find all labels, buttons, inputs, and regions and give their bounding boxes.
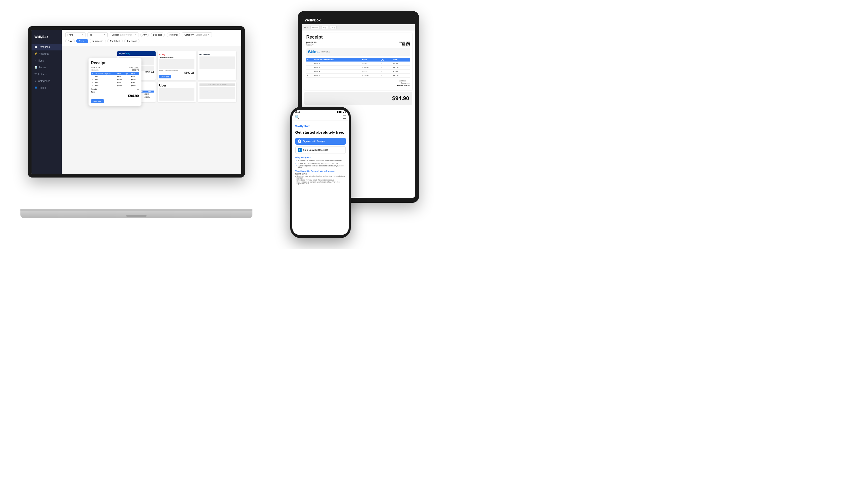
status-inprocess[interactable]: In process bbox=[90, 39, 106, 43]
entities-icon: 🛡 bbox=[35, 73, 37, 75]
battery-icon: ▮ bbox=[345, 111, 346, 113]
from-date-input[interactable]: From ✕ bbox=[65, 32, 86, 37]
vendor-clear-icon[interactable]: ✕ bbox=[134, 34, 136, 36]
table-row: 2Item 2$10.001$70.00 bbox=[91, 78, 139, 81]
th-desc: Product Description bbox=[314, 58, 361, 62]
chip-business[interactable]: Business bbox=[151, 32, 165, 37]
featured-download-button[interactable]: Download bbox=[91, 99, 104, 103]
tablet-header: WellyBox bbox=[302, 16, 415, 24]
phone-search-icon[interactable]: 🔍 bbox=[295, 115, 300, 119]
th-num: # bbox=[306, 58, 314, 62]
laptop: WellyBox 📄 Expenses ⚡ Accounts ↔ Sync bbox=[28, 26, 245, 223]
tablet-from-label: From bbox=[304, 26, 308, 28]
th-total: Total bbox=[392, 58, 410, 62]
category-clear-icon[interactable]: ✕ bbox=[208, 34, 210, 36]
phone-status-icons: ▊▊▊ ▲ ▮ bbox=[337, 111, 346, 113]
phone-nav-bar: 🔍 ☰ bbox=[292, 114, 349, 121]
tablet-vendor-input[interactable]: Vendor bbox=[311, 26, 319, 29]
status-irrelevant[interactable]: Irrelevant bbox=[124, 39, 140, 43]
trust-item-3: • Sync your data or branch it anywhere o… bbox=[295, 181, 346, 185]
invoice-dates: INVOICE DATE DUE DATE INVOICE # bbox=[129, 67, 139, 71]
sidebar: WellyBox 📄 Expenses ⚡ Accounts ↔ Sync bbox=[31, 30, 62, 174]
phone-headline: Get started absolutely free. bbox=[295, 130, 346, 135]
why-item-2: ✔ Upload all data automatically — no mor… bbox=[295, 162, 346, 165]
featured-total-amount: $94.90 bbox=[91, 94, 139, 98]
phone-time: 10:10 bbox=[295, 111, 300, 113]
bullet-1: • bbox=[295, 175, 296, 177]
tablet-invoice-to: INVOICE TO: Name here Address bbox=[306, 41, 317, 47]
ebay-amount: $592.28 bbox=[159, 71, 195, 74]
laptop-screen-outer: WellyBox 📄 Expenses ⚡ Accounts ↔ Sync bbox=[28, 26, 245, 178]
tablet-any-chip[interactable]: Any bbox=[321, 26, 328, 29]
phone-brand-label: WellyBox bbox=[295, 124, 346, 128]
uber-logo: Uber bbox=[159, 83, 195, 87]
chip-any[interactable]: Any bbox=[141, 32, 149, 37]
category-select[interactable]: Category Select One ✕ bbox=[182, 32, 212, 37]
paypal-header: PayPal Pay bbox=[117, 51, 156, 56]
sync-icon: ↔ bbox=[35, 59, 37, 62]
vendor-label: Vendor bbox=[112, 34, 119, 36]
receipt-card-blank[interactable]: TAGLINE SPACE HERE bbox=[198, 82, 236, 102]
sidebar-item-categories[interactable]: ⚙ Categories bbox=[31, 78, 62, 84]
col-total: Total bbox=[130, 73, 139, 75]
tablet-receipt-section: Receipt INVOICE TO: Name here Address IN… bbox=[302, 30, 415, 107]
tablet-big-amount: $94.90 bbox=[307, 95, 409, 102]
check-icon-1: ✔ bbox=[295, 160, 297, 162]
from-clear-icon[interactable]: ✕ bbox=[81, 34, 83, 36]
google-icon: G bbox=[298, 140, 301, 143]
table-row: 1Item 1$9.901$4.90 bbox=[306, 62, 410, 66]
status-any[interactable]: Any bbox=[65, 39, 75, 43]
to-date-input[interactable]: To ✕ bbox=[88, 32, 108, 37]
phone-menu-icon[interactable]: ☰ bbox=[343, 115, 346, 119]
table-row: 3Item 3$5.001$5.00 bbox=[306, 69, 410, 74]
th-price: Price bbox=[361, 58, 380, 62]
wifi-icon: ▲ bbox=[342, 111, 344, 113]
check-icon-3: ✔ bbox=[295, 165, 297, 167]
status-published[interactable]: Published bbox=[107, 39, 123, 43]
ebay-company: COMPANY NAME bbox=[159, 56, 195, 58]
chip-personal[interactable]: Personal bbox=[167, 32, 180, 37]
table-row: 4Item 4$15.001$15.00 bbox=[91, 84, 139, 87]
category-label: Category bbox=[184, 34, 194, 36]
tablet-invoice-header: INVOICE TO: Name here Address INVOICE DA… bbox=[306, 41, 410, 47]
check-icon-2: ✔ bbox=[295, 162, 297, 165]
sidebar-item-profile[interactable]: 👤 Profile bbox=[31, 84, 62, 91]
office-signup-button[interactable]: O Sign Up with Office 365 bbox=[295, 146, 346, 154]
sidebar-item-portals[interactable]: 📊 Portals bbox=[31, 64, 62, 71]
walmart-section: Walm... BRANDING bbox=[306, 48, 410, 56]
sidebar-item-sync[interactable]: ↔ Sync bbox=[31, 57, 62, 64]
paypal-logo-2: Pay bbox=[126, 52, 130, 55]
sidebar-item-entities[interactable]: 🛡 Entities bbox=[31, 71, 62, 78]
vendor-input[interactable]: Vendor Enter Vendor ✕ bbox=[110, 32, 139, 37]
trust-item-1: • Share your data with a third party or … bbox=[295, 175, 346, 179]
accounts-icon: ⚡ bbox=[35, 52, 37, 55]
office-icon: O bbox=[298, 148, 302, 152]
featured-invoice-info: INVOICE TO: Name here Address line INVOI… bbox=[91, 67, 139, 71]
why-title: Why WellyBox bbox=[295, 156, 346, 159]
laptop-screen-inner: WellyBox 📄 Expenses ⚡ Accounts ↔ Sync bbox=[31, 30, 241, 174]
signal-icon: ▊▊▊ bbox=[337, 111, 342, 113]
receipt-card-ebay[interactable]: ebay COMPANY NAME TERMS AND CONDITIONS $… bbox=[158, 51, 196, 80]
receipt-card-uber[interactable]: Uber bbox=[158, 82, 196, 102]
sidebar-item-expenses[interactable]: 📄 Expenses bbox=[31, 44, 62, 50]
featured-receipt-table: # Product Description Price Qty Total 1I… bbox=[91, 73, 139, 87]
filter-row-date: From ✕ To ✕ Vendor Enter Vendor ✕ bbox=[65, 32, 238, 37]
filter-bar: From ✕ To ✕ Vendor Enter Vendor ✕ bbox=[62, 30, 241, 46]
tablet-dates: INVOICE DATE DUE DATE INVOICE # bbox=[399, 41, 410, 47]
amazon-logo: amazon bbox=[199, 53, 235, 56]
status-ready[interactable]: Ready bbox=[76, 39, 88, 43]
col-price: Price bbox=[116, 73, 125, 75]
receipt-card-amazon[interactable]: amazon bbox=[198, 51, 236, 80]
google-signup-button[interactable]: G Sign up with Google bbox=[295, 138, 346, 145]
sidebar-item-accounts[interactable]: ⚡ Accounts bbox=[31, 50, 62, 57]
taxes-line: Taxes —— bbox=[306, 82, 410, 84]
to-clear-icon[interactable]: ✕ bbox=[104, 34, 105, 36]
walmart-brand: BRANDING bbox=[321, 51, 330, 53]
table-row: 4Item 4$15.001$15.00 bbox=[306, 74, 410, 77]
phone: 10:10 ▊▊▊ ▲ ▮ 🔍 ☰ WellyBox Get started a… bbox=[290, 107, 351, 238]
invoice-to: INVOICE TO: Name here Address line bbox=[91, 67, 100, 71]
total-line: TOTAL $94.90 bbox=[306, 84, 410, 87]
tablet-any-chip-2[interactable]: Any bbox=[330, 26, 337, 29]
ebay-download-button[interactable]: Download bbox=[159, 75, 171, 78]
col-num: # bbox=[91, 73, 94, 75]
